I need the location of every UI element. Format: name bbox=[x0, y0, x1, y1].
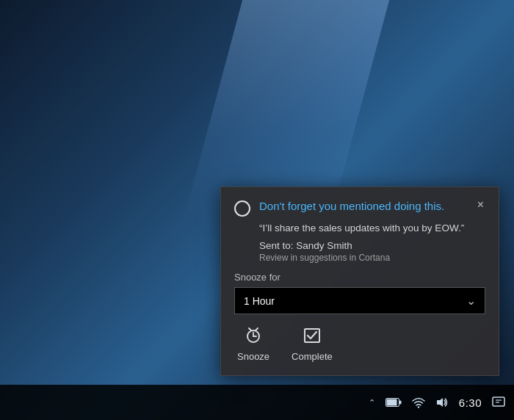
show-hidden-icons[interactable]: ⌃ bbox=[369, 398, 375, 408]
snooze-for-label: Snooze for bbox=[234, 272, 485, 283]
svg-marker-10 bbox=[437, 398, 443, 407]
notification-sent-to: Sent to: Sandy Smith bbox=[259, 240, 485, 251]
snooze-dropdown[interactable]: 1 Hour ⌄ bbox=[234, 287, 485, 314]
battery-icon[interactable] bbox=[386, 398, 402, 407]
notification-title: Don't forget you mentioned doing this. bbox=[259, 199, 467, 214]
wifi-icon[interactable] bbox=[412, 397, 425, 408]
notification-body: “I’ll share the sales updates with you b… bbox=[234, 221, 485, 263]
notification-card: Don't forget you mentioned doing this. ×… bbox=[220, 187, 499, 376]
notification-center-icon[interactable] bbox=[492, 397, 505, 408]
snooze-button[interactable]: Snooze bbox=[237, 325, 269, 362]
alarm-clock-icon bbox=[243, 325, 264, 348]
chevron-down-icon: ⌄ bbox=[466, 294, 476, 308]
svg-rect-7 bbox=[386, 399, 397, 406]
svg-point-9 bbox=[418, 406, 419, 408]
checkbox-icon bbox=[302, 325, 322, 348]
close-button[interactable]: × bbox=[476, 199, 485, 211]
notification-header: Don't forget you mentioned doing this. × bbox=[234, 199, 485, 217]
cortana-icon bbox=[234, 200, 250, 217]
svg-line-0 bbox=[249, 328, 251, 330]
snooze-dropdown-value: 1 Hour bbox=[244, 295, 275, 307]
svg-rect-11 bbox=[493, 397, 504, 406]
taskbar: ⌃ 6:30 bbox=[0, 385, 514, 420]
notification-actions: Snooze Complete bbox=[234, 325, 485, 362]
snooze-label: Snooze bbox=[237, 351, 269, 362]
complete-button[interactable]: Complete bbox=[292, 325, 333, 362]
volume-icon[interactable] bbox=[435, 397, 449, 408]
notification-quote: “I’ll share the sales updates with you b… bbox=[259, 221, 485, 236]
complete-label: Complete bbox=[292, 351, 333, 362]
notification-review-link[interactable]: Review in suggestions in Cortana bbox=[259, 253, 485, 263]
svg-rect-8 bbox=[399, 401, 402, 405]
taskbar-time[interactable]: 6:30 bbox=[459, 397, 482, 409]
svg-line-1 bbox=[256, 328, 258, 330]
